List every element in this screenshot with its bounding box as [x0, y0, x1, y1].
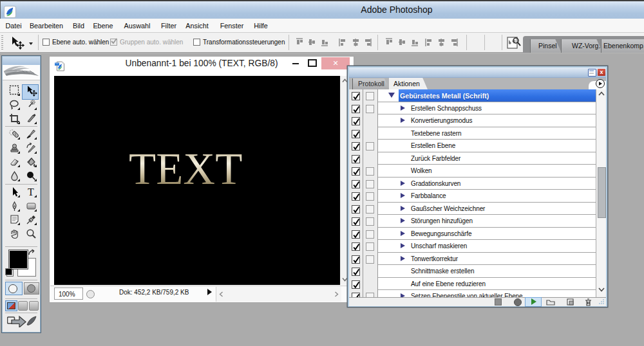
svg-text:T: T	[28, 187, 34, 197]
